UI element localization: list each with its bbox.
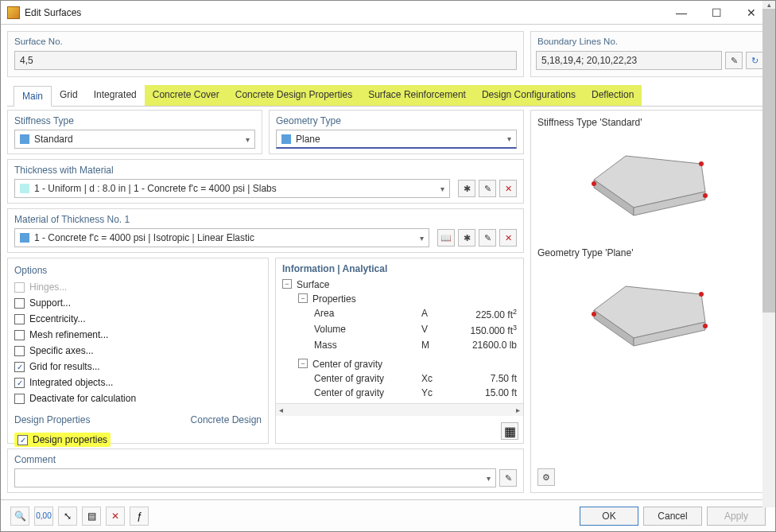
edit-surfaces-dialog: Edit Surfaces — ☐ ✕ Surface No. Boundary…	[0, 0, 776, 532]
stiffness-type-group: Stiffness Type Standard ▾	[7, 110, 262, 154]
comment-label: Comment	[14, 454, 517, 465]
preview-geometry-label: Geometry Type 'Plane'	[537, 247, 762, 258]
tab-grid[interactable]: Grid	[52, 85, 86, 106]
geometry-type-combo[interactable]: Plane ▾	[276, 130, 517, 149]
svg-point-4	[703, 193, 708, 198]
option-support[interactable]: Support...	[14, 295, 262, 311]
checkbox[interactable]	[14, 346, 25, 356]
concrete-design-label: Concrete Design	[191, 414, 262, 425]
titlebar: Edit Surfaces — ☐ ✕	[1, 1, 775, 25]
thickness-group: Thickness with Material 1 - Uniform | d …	[7, 159, 524, 204]
option-grid-for-results[interactable]: ✓Grid for results...	[14, 359, 262, 375]
option-eccentricity[interactable]: Eccentricity...	[14, 311, 262, 327]
stiffness-type-combo[interactable]: Standard ▾	[14, 130, 255, 149]
information-panel: Information | Analytical −Surface −Prope…	[275, 258, 524, 444]
stiffness-type-label: Stiffness Type	[14, 115, 255, 126]
option-specific-axes[interactable]: Specific axes...	[14, 343, 262, 359]
preview-settings-icon[interactable]: ⚙	[537, 468, 555, 486]
collapse-icon[interactable]: −	[298, 359, 308, 368]
deactivate-label: Deactivate for calculation	[29, 393, 136, 404]
pick-lines-icon[interactable]: ✎	[725, 52, 743, 69]
material-combo[interactable]: 1 - Concrete f'c = 4000 psi | Isotropic …	[14, 228, 429, 247]
minimize-button[interactable]: —	[664, 2, 699, 24]
library-icon[interactable]: 📖	[437, 229, 455, 247]
tab-main[interactable]: Main	[14, 86, 52, 107]
edit-thickness-icon[interactable]: ✎	[479, 180, 496, 197]
comment-group: Comment ▾ ✎	[7, 449, 524, 493]
svg-point-5	[699, 161, 704, 166]
tab-design-configurations[interactable]: Design Configurations	[474, 85, 584, 106]
new-thickness-icon[interactable]: ✱	[458, 180, 475, 197]
units-icon[interactable]: 0,00	[34, 507, 53, 526]
info-table-icon[interactable]: ▦	[501, 422, 518, 440]
design-properties-checkbox-label: Design properties	[33, 434, 107, 445]
material-value: 1 - Concrete f'c = 4000 psi | Isotropic …	[34, 232, 254, 243]
surface-no-input[interactable]	[14, 51, 517, 70]
option-hinges: Hinges...	[14, 279, 262, 295]
thickness-combo[interactable]: 1 - Uniform | d : 8.0 in | 1 - Concrete …	[14, 179, 450, 198]
design-properties-checkbox[interactable]: ✓	[17, 435, 28, 445]
geometry-type-label: Geometry Type	[276, 115, 517, 126]
new-material-icon[interactable]: ✱	[458, 229, 475, 247]
horizontal-scrollbar[interactable]: ◂▸	[276, 403, 523, 416]
collapse-icon[interactable]: −	[282, 279, 292, 289]
comment-combo[interactable]: ▾	[14, 468, 496, 487]
maximize-button[interactable]: ☐	[699, 2, 734, 24]
chevron-down-icon: ▾	[246, 135, 250, 144]
checkbox[interactable]: ✓	[14, 378, 25, 388]
thickness-value: 1 - Uniform | d : 8.0 in | 1 - Concrete …	[34, 183, 277, 194]
geometry-type-group: Geometry Type Plane ▾	[269, 110, 524, 154]
chevron-down-icon: ▾	[420, 234, 424, 243]
stiffness-type-value: Standard	[34, 134, 73, 145]
option-integrated-objects[interactable]: ✓Integrated objects...	[14, 375, 262, 390]
boundary-panel: Boundary Lines No. ✎ ↻	[530, 31, 769, 77]
delete-material-icon[interactable]: ✕	[499, 229, 517, 247]
app-icon	[7, 6, 20, 19]
surface-no-panel: Surface No.	[7, 31, 524, 77]
options-label: Options	[14, 265, 262, 276]
vertical-scrollbar[interactable]: ▴	[762, 25, 775, 499]
tab-integrated[interactable]: Integrated	[86, 85, 145, 106]
options-panel: Options Hinges...Support...Eccentricity.…	[7, 258, 269, 444]
chevron-down-icon: ▾	[440, 184, 444, 193]
tab-deflection[interactable]: Deflection	[584, 85, 642, 106]
option-mesh-refinement[interactable]: Mesh refinement...	[14, 327, 262, 343]
collapse-icon[interactable]: −	[298, 293, 308, 303]
boundary-input[interactable]	[536, 51, 722, 70]
boundary-label: Boundary Lines No.	[531, 32, 768, 48]
material-label: Material of Thickness No. 1	[14, 214, 517, 225]
cancel-button[interactable]: Cancel	[643, 507, 702, 526]
material-group: Material of Thickness No. 1 1 - Concrete…	[7, 208, 524, 253]
clear-icon[interactable]: ✕	[106, 507, 125, 526]
reset-lines-icon[interactable]: ↻	[746, 52, 763, 69]
edit-material-icon[interactable]: ✎	[479, 229, 496, 247]
apply-button[interactable]: Apply	[707, 507, 766, 526]
checkbox[interactable]: ✓	[14, 362, 25, 372]
geometry-type-value: Plane	[296, 134, 320, 145]
checkbox[interactable]	[14, 298, 25, 309]
checkbox[interactable]	[14, 330, 25, 340]
delete-thickness-icon[interactable]: ✕	[499, 180, 517, 197]
preview-panel: Stiffness Type 'Standard' Geometry Type …	[530, 110, 769, 493]
script-icon[interactable]: ƒ	[130, 507, 149, 526]
tab-concrete-design-properties[interactable]: Concrete Design Properties	[227, 85, 360, 106]
axes-icon[interactable]: ⤡	[58, 507, 77, 526]
svg-point-3	[592, 181, 596, 186]
comment-edit-icon[interactable]: ✎	[499, 469, 517, 487]
design-properties-row[interactable]: ✓ Design properties	[14, 430, 262, 449]
help-icon[interactable]: 🔍	[10, 507, 29, 526]
ok-button[interactable]: OK	[580, 507, 638, 526]
deactivate-checkbox[interactable]	[14, 394, 25, 404]
preview-stiffness-label: Stiffness Type 'Standard'	[537, 117, 762, 128]
checkbox[interactable]	[14, 314, 25, 324]
tab-concrete-cover[interactable]: Concrete Cover	[145, 85, 227, 106]
information-label: Information | Analytical	[276, 258, 523, 278]
stiffness-preview	[537, 128, 762, 231]
window-title: Edit Surfaces	[25, 7, 664, 18]
deactivate-row[interactable]: Deactivate for calculation	[14, 390, 262, 406]
tab-strip: MainGridIntegratedConcrete CoverConcrete…	[7, 85, 769, 107]
svg-point-11	[699, 292, 704, 297]
layers-icon[interactable]: ▤	[82, 507, 101, 526]
checkbox	[14, 282, 25, 293]
tab-surface-reinforcement[interactable]: Surface Reinforcement	[360, 85, 474, 106]
